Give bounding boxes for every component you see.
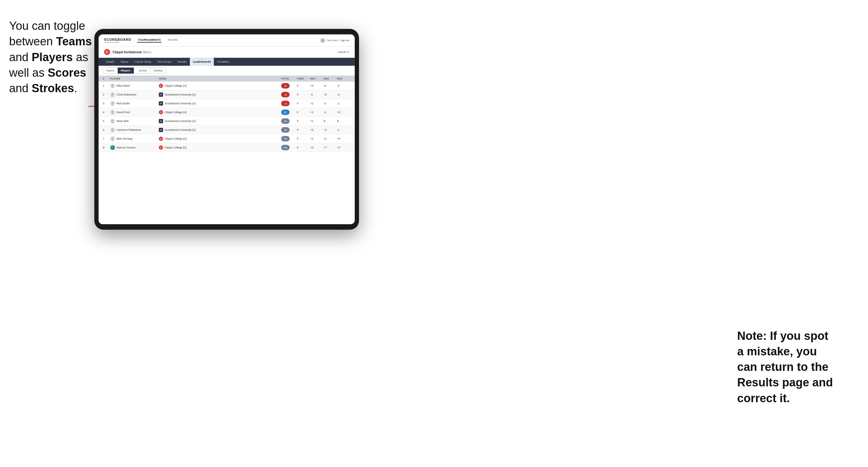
team-cell: C Clippd College [A] xyxy=(159,110,226,115)
team-logo-s: SU xyxy=(159,101,163,105)
avatar xyxy=(110,119,115,124)
rd3-cell: +6 xyxy=(337,137,350,140)
svg-point-4 xyxy=(112,102,114,104)
rd2-cell: -2 xyxy=(324,102,337,105)
col-rank: # xyxy=(103,77,110,80)
avatar xyxy=(110,110,115,115)
team-name: Clippd College [A] xyxy=(164,111,186,114)
tab-course-setup[interactable]: Course Setup xyxy=(131,58,154,66)
rd3-cell: E xyxy=(337,120,350,123)
team-logo-s: SU xyxy=(159,119,163,123)
table-row: 3 Rich Butler SU Scoreboard University [… xyxy=(99,99,355,108)
rd2-cell: +5 xyxy=(324,93,337,96)
team-cell: SU Scoreboard University [A] xyxy=(159,128,226,132)
tab-teams[interactable]: Teams xyxy=(118,58,132,66)
nav-user: Test User | Sign out xyxy=(320,38,349,43)
player-name: Cameron Robertson xyxy=(117,128,141,131)
rd1-cell: +2 xyxy=(310,137,324,140)
table-row: 2 Chris Robertson SU Scoreboard Universi… xyxy=(99,90,355,99)
score-badge: E xyxy=(281,110,290,115)
rd3-cell: -5 xyxy=(337,84,350,87)
team-cell: C Clippd College [A] xyxy=(159,146,226,150)
tab-navigation: Details Teams Course Setup Tee Groups Re… xyxy=(99,58,355,66)
total-cell: -4 xyxy=(281,92,297,97)
sign-out-link[interactable]: Sign out xyxy=(340,39,349,42)
player-cell: Cameron Robertson xyxy=(110,127,159,132)
team-logo-s: SU xyxy=(159,92,163,97)
rd1-cell: +5 xyxy=(310,128,324,131)
avatar xyxy=(110,83,115,88)
team-name: Clippd College [A] xyxy=(164,146,186,149)
rd1-cell: +2 xyxy=(310,146,324,149)
rd2-cell: -6 xyxy=(324,84,337,87)
team-name: Scoreboard University [A] xyxy=(164,120,196,123)
tab-tee-groups[interactable]: Tee Groups xyxy=(154,58,175,66)
team-cell: SU Scoreboard University [A] xyxy=(159,119,226,123)
rank-cell: 2 xyxy=(103,93,110,96)
team-logo-c: C xyxy=(159,146,163,150)
sub-tab-strokes[interactable]: Strokes xyxy=(151,67,166,74)
player-name: Rich Butler xyxy=(117,102,130,105)
rd1-cell: +1 xyxy=(310,111,324,114)
team-cell: C Clippd College [A] xyxy=(159,136,226,141)
avatar xyxy=(110,127,115,132)
rank-cell: 5 xyxy=(103,120,110,123)
rank-cell: 1 xyxy=(103,84,110,87)
team-logo-c: C xyxy=(159,84,163,88)
avatar xyxy=(110,92,115,97)
team-cell: C Clippd College [A] xyxy=(159,84,226,88)
score-badge: +11 xyxy=(281,145,290,150)
rank-cell: 3 xyxy=(103,102,110,105)
col-thru: THRU xyxy=(297,77,310,80)
player-name: Elliot Ebert xyxy=(117,84,130,87)
tablet-frame: SCOREBOARD Powered by clippd TOURNAMENTS… xyxy=(94,29,359,230)
team-name: Clippd College [A] xyxy=(164,137,186,140)
sub-tabs-container: Teams Players Scores Strokes xyxy=(99,66,355,76)
sub-tab-scores[interactable]: Scores xyxy=(136,67,151,74)
rank-cell: 7 xyxy=(103,137,110,140)
tablet-screen: SCOREBOARD Powered by clippd TOURNAMENTS… xyxy=(99,34,355,224)
team-name: Clippd College [A] xyxy=(164,84,186,87)
team-logo-c: C xyxy=(159,110,163,115)
sub-tab-teams[interactable]: Teams xyxy=(103,67,118,74)
logo-area: SCOREBOARD Powered by clippd xyxy=(104,38,131,43)
player-cell: Rees Britt xyxy=(110,119,159,124)
svg-point-2 xyxy=(112,85,114,87)
total-cell: E xyxy=(281,110,297,115)
score-badge: +8 xyxy=(281,136,290,142)
left-annotation: You can toggle between Teams and Players… xyxy=(9,18,94,96)
tab-details[interactable]: Details xyxy=(103,58,118,66)
rd1-cell: +1 xyxy=(310,102,324,105)
total-cell: +8 xyxy=(281,136,297,142)
rd2-cell: -4 xyxy=(324,111,337,114)
score-badge: -4 xyxy=(281,92,290,97)
total-cell: -8 xyxy=(281,83,297,89)
thru-cell: F xyxy=(297,102,310,105)
tab-printables[interactable]: Printables xyxy=(214,58,232,66)
tab-results[interactable]: Results xyxy=(175,58,190,66)
table-body: 1 Elliot Ebert C Clippd College [A] -8 F… xyxy=(99,82,355,152)
player-name: Blair McHarg xyxy=(117,137,132,140)
cancel-button[interactable]: Cancel ✕ xyxy=(337,51,349,54)
total-cell: +11 xyxy=(281,145,297,150)
thru-cell: F xyxy=(297,93,310,96)
nav-tournaments[interactable]: TOURNAMENTS xyxy=(137,38,161,42)
player-name: Chris Robertson xyxy=(117,93,136,96)
rd3-cell: +3 xyxy=(337,111,350,114)
col-total: TOTAL xyxy=(281,77,297,80)
logo-subtitle: Powered by clippd xyxy=(104,41,131,43)
rd1-cell: -5 xyxy=(310,93,324,96)
score-badge: -8 xyxy=(281,83,290,89)
sub-tab-players[interactable]: Players xyxy=(118,67,134,74)
team-logo-c: C xyxy=(159,136,163,141)
player-cell: Chris Robertson xyxy=(110,92,159,97)
tab-leaderboards[interactable]: Leaderboards xyxy=(190,58,214,66)
thru-cell: F xyxy=(297,128,310,131)
player-cell: David Ford xyxy=(110,110,159,115)
nav-teams[interactable]: TEAMS xyxy=(167,38,179,42)
player-cell: Marcus Turners xyxy=(110,145,159,150)
col-rd2: RD2 xyxy=(324,77,337,80)
rd1-cell: +1 xyxy=(310,120,324,123)
rd2-cell: E xyxy=(324,120,337,123)
team-cell: SU Scoreboard University [A] xyxy=(159,101,226,105)
